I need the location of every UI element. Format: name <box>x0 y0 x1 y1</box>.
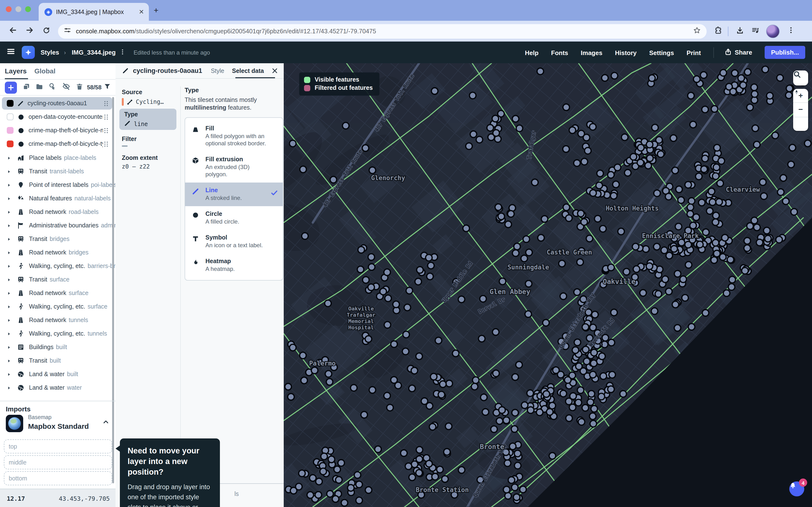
expand-caret-icon[interactable] <box>7 345 11 349</box>
zoom-out-button[interactable]: − <box>793 103 808 117</box>
layer-group[interactable]: Road networktunnels <box>2 314 112 327</box>
expand-caret-icon[interactable] <box>7 250 11 255</box>
layers-scrollbar[interactable] <box>112 97 114 483</box>
reload-icon[interactable] <box>43 26 50 36</box>
expand-caret-icon[interactable] <box>7 183 11 187</box>
drag-handle-icon[interactable] <box>103 141 109 147</box>
type-option-line[interactable]: LineA stroked line. <box>185 182 283 206</box>
expand-caret-icon[interactable] <box>7 156 11 160</box>
basemap-thumbnail[interactable] <box>6 415 23 432</box>
appbar-link-help[interactable]: Help <box>525 49 539 56</box>
style-menu-icon[interactable] <box>120 49 126 56</box>
source-item[interactable]: Cycling… <box>122 98 164 106</box>
expand-caret-icon[interactable] <box>7 332 11 336</box>
type-section-selected[interactable]: Type line <box>119 109 176 130</box>
expand-caret-icon[interactable] <box>7 372 11 376</box>
compass-button[interactable] <box>793 117 808 131</box>
appbar-link-settings[interactable]: Settings <box>649 49 674 56</box>
tab-close-icon[interactable]: ✕ <box>139 8 144 15</box>
media-controls-icon[interactable] <box>752 26 759 36</box>
window-close-button[interactable] <box>6 6 12 12</box>
select-feature-icon[interactable] <box>49 82 57 92</box>
profile-avatar[interactable] <box>766 24 779 38</box>
mapbox-studio-logo[interactable] <box>22 46 35 59</box>
appbar-link-print[interactable]: Print <box>687 49 701 56</box>
share-button[interactable]: Share <box>724 48 752 57</box>
expand-caret-icon[interactable] <box>7 210 11 214</box>
tab-layers[interactable]: Layers <box>5 67 27 75</box>
layer-group[interactable]: Walking, cycling, etc.barriers-bridges <box>2 259 112 273</box>
expand-caret-icon[interactable] <box>7 196 11 201</box>
downloads-icon[interactable] <box>736 26 744 36</box>
filter-layers-icon[interactable] <box>104 83 111 92</box>
drag-handle-icon[interactable] <box>103 100 109 107</box>
hamburger-menu-icon[interactable] <box>7 47 15 57</box>
appbar-link-fonts[interactable]: Fonts <box>551 49 568 56</box>
layer-group[interactable]: Land & waterbuilt <box>2 368 112 381</box>
layer-item[interactable]: crime-map-theft-of-bicycle-mo-c... <box>2 124 112 137</box>
add-layer-button[interactable] <box>5 81 17 94</box>
close-editor-icon[interactable] <box>272 68 278 74</box>
expand-caret-icon[interactable] <box>7 169 11 174</box>
new-tab-button[interactable]: + <box>154 6 158 14</box>
appbar-link-history[interactable]: History <box>615 49 637 56</box>
import-slot-bottom[interactable]: bottom <box>4 471 112 485</box>
expand-caret-icon[interactable] <box>7 318 11 322</box>
layer-group[interactable]: Walking, cycling, etc.tunnels <box>2 327 112 340</box>
layer-group[interactable]: Transitsurface <box>2 273 112 286</box>
layer-item[interactable]: open-data-coyote-encounters-4... <box>2 111 112 123</box>
extensions-icon[interactable] <box>714 26 722 36</box>
expand-caret-icon[interactable] <box>7 223 11 228</box>
layer-group[interactable]: Road networkroad-labels <box>2 205 112 219</box>
layer-group[interactable]: Point of interest labelspoi-labels <box>2 178 112 192</box>
layer-group[interactable]: Buildingsbuilt <box>2 340 112 354</box>
layer-group[interactable]: Transitbridges <box>2 232 112 246</box>
layer-group[interactable]: Place labelsplace-labels <box>2 151 112 165</box>
layer-group[interactable]: Road networksurface <box>2 286 112 300</box>
address-bar[interactable]: console.mapbox.com/studio/styles/oliverc… <box>58 24 707 38</box>
back-icon[interactable] <box>9 26 17 36</box>
drag-handle-icon[interactable] <box>103 114 109 120</box>
window-zoom-button[interactable] <box>25 6 31 12</box>
hide-layer-icon[interactable] <box>62 82 70 92</box>
layer-item[interactable]: cycling-routes-0aoau1 <box>2 97 112 110</box>
group-layers-icon[interactable] <box>36 83 43 92</box>
map-canvas[interactable]: 407 Express Toll Route407 Express Toll R… <box>284 63 812 507</box>
expand-caret-icon[interactable] <box>7 237 11 241</box>
layer-group[interactable]: Administrative boundariesadmin <box>2 219 112 232</box>
type-option-fill[interactable]: FillA filled polygon with an optional st… <box>185 121 283 152</box>
type-option-heatmap[interactable]: HeatmapA heatmap. <box>185 253 283 277</box>
type-option-fill-extrusion[interactable]: Fill extrusionAn extruded (3D) polygon. <box>185 152 283 182</box>
duplicate-layer-icon[interactable] <box>23 83 30 92</box>
layer-group[interactable]: Transittransit-labels <box>2 165 112 178</box>
type-option-circle[interactable]: CircleA filled circle. <box>185 206 283 230</box>
expand-caret-icon[interactable] <box>7 386 11 390</box>
expand-caret-icon[interactable] <box>7 277 11 282</box>
expand-caret-icon[interactable] <box>7 291 11 295</box>
layer-group[interactable]: Walking, cycling, etc.surface <box>2 300 112 314</box>
window-minimize-button[interactable] <box>15 6 21 12</box>
basemap-name[interactable]: Mapbox Standard <box>28 422 89 430</box>
expand-caret-icon[interactable] <box>7 264 11 268</box>
layer-group[interactable]: Natural featuresnatural-labels <box>2 192 112 205</box>
drag-handle-icon[interactable] <box>103 127 109 133</box>
bookmark-star-icon[interactable] <box>693 26 701 36</box>
layer-group[interactable]: Land & waterwater <box>2 381 112 394</box>
expand-caret-icon[interactable] <box>7 358 11 363</box>
type-option-symbol[interactable]: SymbolAn icon or a text label. <box>185 230 283 253</box>
tab-global[interactable]: Global <box>34 67 55 75</box>
browser-tab[interactable]: ◈ IMG_3344.jpeg | Mapbox ✕ <box>39 3 149 21</box>
delete-layer-icon[interactable] <box>76 83 83 92</box>
appbar-link-images[interactable]: Images <box>581 49 603 56</box>
layer-item[interactable]: crime-map-theft-of-bicycle-ty-8q... <box>2 137 112 150</box>
tab-style[interactable]: Style <box>211 67 224 74</box>
import-slot-top[interactable]: top <box>4 439 112 453</box>
collapse-basemap-icon[interactable] <box>102 418 109 427</box>
publish-button[interactable]: Publish... <box>765 46 805 59</box>
layer-group[interactable]: Road networkbridges <box>2 246 112 259</box>
breadcrumb-style-name[interactable]: IMG_3344.jpeg <box>72 49 116 56</box>
layer-group[interactable]: Transitbuilt <box>2 354 112 368</box>
expand-caret-icon[interactable] <box>7 304 11 309</box>
map-search-button[interactable] <box>793 70 808 86</box>
site-settings-icon[interactable] <box>64 26 71 36</box>
